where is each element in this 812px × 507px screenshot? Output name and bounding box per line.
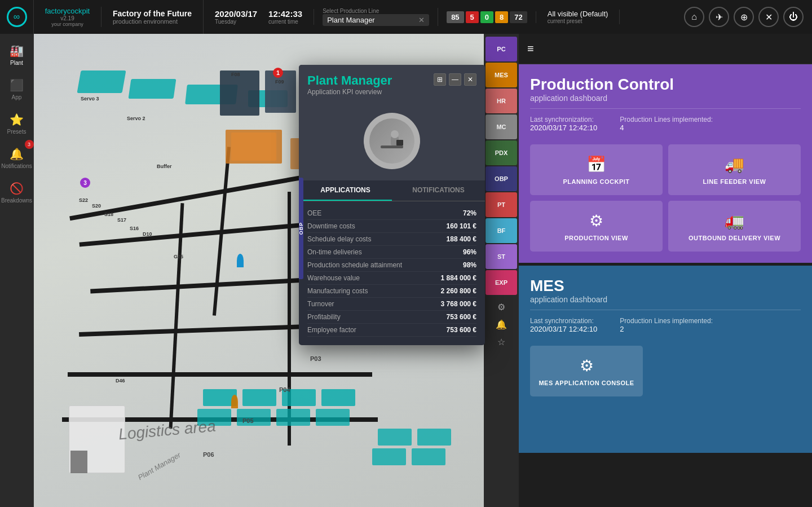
popup-tab-applications[interactable]: APPLICATIONS xyxy=(299,180,392,201)
tile-planning-cockpit[interactable]: 📅 PLANNING COCKPIT xyxy=(530,144,663,195)
avatar-illustration xyxy=(375,124,409,158)
kpi-oee: OEE 72% xyxy=(307,207,476,220)
tile-line-feeder-label: LINE FEEDER VIEW xyxy=(703,178,766,185)
sidebar-breakdowns-label: Breakdowns xyxy=(1,197,32,204)
kpi-schedule-value: 188 400 € xyxy=(447,235,476,243)
station-s22: S22 xyxy=(79,197,88,203)
popup-close-button[interactable]: ✕ xyxy=(464,73,476,86)
navigate-button[interactable]: ✈ xyxy=(709,7,729,27)
preset-name: All visible (Default) xyxy=(548,10,608,18)
popup-tab-notifications[interactable]: NOTIFICATIONS xyxy=(392,180,485,201)
sidebar-item-notifications[interactable]: 🔔 3 Notifications xyxy=(3,143,31,174)
station-d46: D46 xyxy=(116,378,125,383)
tab-MC[interactable]: MC xyxy=(486,114,517,139)
mes-meta: Last synchronization: 2020/03/17 12:42:1… xyxy=(519,310,812,340)
popup-controls: ⊞ — ✕ xyxy=(434,73,476,86)
tab-MES[interactable]: MES xyxy=(486,63,517,87)
preset-label: current preset xyxy=(548,18,608,24)
sidebar-item-presets[interactable]: ⭐ Presets xyxy=(3,108,31,140)
station-buffer: Buffer xyxy=(157,164,172,169)
popup-minimize-button[interactable]: — xyxy=(449,73,461,86)
kpi-schedule-label: Schedule delay costs xyxy=(307,235,371,243)
status-badges: 85 5 0 8 72 xyxy=(438,11,536,23)
datetime-section: 2020/03/17 Tuesday 12:42:33 current time xyxy=(204,9,314,25)
mes-card-header: MES application dashboard xyxy=(519,266,812,310)
pc-lines-value: 4 xyxy=(620,124,713,132)
tile-line-feeder-view[interactable]: 🚚 LINE FEEDER VIEW xyxy=(668,144,801,195)
station-s20: S20 xyxy=(92,203,101,209)
tab-HR[interactable]: HR xyxy=(486,89,517,113)
tile-production-label: PRODUCTION VIEW xyxy=(564,235,628,241)
right-panel: ≡ Production Control application dashboa… xyxy=(519,34,812,507)
pc-sync-label: Last synchronization: xyxy=(530,116,597,124)
tab-BF[interactable]: BF xyxy=(486,218,517,243)
svg-rect-3 xyxy=(396,140,403,146)
kpi-warehouse-label: Warehouse value xyxy=(307,274,360,282)
pos-p03: P03 xyxy=(310,355,321,362)
tile-outbound-label: OUTBOUND DELIVERY VIEW xyxy=(689,235,780,241)
right-panel-header: ≡ xyxy=(519,34,812,64)
tab-OBP[interactable]: OBP xyxy=(486,166,517,191)
delivery-truck-icon: 🚛 xyxy=(725,211,744,230)
tab-PC[interactable]: PC xyxy=(486,37,517,61)
mes-tiles: ⚙ MES APPLICATION CONSOLE xyxy=(519,340,812,408)
tab-PT[interactable]: PT xyxy=(486,192,517,217)
hamburger-icon[interactable]: ≡ xyxy=(527,42,534,55)
pc-subtitle: application dashboard xyxy=(530,94,801,103)
sidebar-item-plant[interactable]: 🏭 Plant xyxy=(3,39,31,71)
popup-subtitle: Application KPI overview xyxy=(307,88,392,96)
svg-point-2 xyxy=(391,130,399,138)
brand-version: v2.19 xyxy=(60,15,74,21)
kpi-downtime-label: Downtime costs xyxy=(307,222,355,230)
sidebar-plant-label: Plant xyxy=(10,60,23,67)
tile-mes-console-label: MES APPLICATION CONSOLE xyxy=(539,380,634,386)
topbar-actions: ⌂ ✈ ⊕ ✕ ⏻ xyxy=(684,7,812,27)
popup-avatar-area xyxy=(299,102,485,180)
star-icon-rtabs[interactable]: ☆ xyxy=(497,337,505,347)
left-sidebar: 🏭 Plant ⬛ App ⭐ Presets 🔔 3 Notification… xyxy=(0,34,34,507)
brand-name: factorycockpit xyxy=(45,7,90,15)
pc-meta: Last synchronization: 2020/03/17 12:42:1… xyxy=(519,109,812,139)
obp-label: OBP xyxy=(298,222,304,235)
factory-name: Factory of the Future xyxy=(113,9,192,18)
tile-mes-console[interactable]: ⚙ MES APPLICATION CONSOLE xyxy=(530,346,643,396)
mes-title: MES xyxy=(530,277,801,295)
tile-outbound-delivery[interactable]: 🚛 OUTBOUND DELIVERY VIEW xyxy=(668,201,801,252)
tab-ST[interactable]: ST xyxy=(486,244,517,269)
production-line-select[interactable]: Plant Manager ✕ xyxy=(323,14,429,26)
tab-PDX[interactable]: PDX xyxy=(486,140,517,165)
production-line-section: Select Production Line Plant Manager ✕ xyxy=(314,8,438,26)
logo-container xyxy=(0,0,34,34)
popup-pin-button[interactable]: ⊞ xyxy=(434,73,446,86)
close-button[interactable]: ✕ xyxy=(758,7,779,27)
time-block: 12:42:33 current time xyxy=(268,9,302,25)
mes-lines-label: Production Lines implemented: xyxy=(620,317,713,325)
mes-lines-value: 2 xyxy=(620,325,713,333)
time-label: current time xyxy=(268,19,302,25)
kpi-oee-label: OEE xyxy=(307,209,321,217)
badge-8: 8 xyxy=(495,11,508,23)
mes-lines-block: Production Lines implemented: 2 xyxy=(620,317,713,333)
sidebar-item-breakdowns[interactable]: 🚫 Breakdowns xyxy=(3,177,31,209)
bell-icon-rtabs[interactable]: 🔔 xyxy=(496,319,507,330)
sidebar-item-app[interactable]: ⬛ App xyxy=(3,74,31,105)
power-button[interactable]: ⏻ xyxy=(783,7,804,27)
station-s17: S17 xyxy=(117,217,126,223)
calendar-icon: 📅 xyxy=(586,155,606,174)
pos-p05: P05 xyxy=(242,417,254,424)
obp-accent-bar: OBP xyxy=(299,178,303,279)
kpi-prod-sched-label: Production schedule attainment xyxy=(307,261,402,269)
pc-card-header: Production Control application dashboard xyxy=(519,64,812,108)
station-d10: D10 xyxy=(143,231,152,237)
badge-0: 0 xyxy=(480,11,493,23)
kpi-turnover-value: 3 768 000 € xyxy=(441,300,476,308)
home-button[interactable]: ⌂ xyxy=(684,7,704,27)
tab-EXP[interactable]: EXP xyxy=(486,270,517,295)
kpi-profit-label: Profitability xyxy=(307,313,341,321)
date-value: 2020/03/17 xyxy=(215,9,257,19)
prod-line-close-icon[interactable]: ✕ xyxy=(418,16,425,24)
kpi-downtime-value: 160 101 € xyxy=(447,222,476,230)
zoom-button[interactable]: ⊕ xyxy=(734,7,754,27)
settings-icon-rtabs[interactable]: ⚙ xyxy=(497,302,505,312)
tile-production-view[interactable]: ⚙ PRODUCTION VIEW xyxy=(530,201,663,252)
